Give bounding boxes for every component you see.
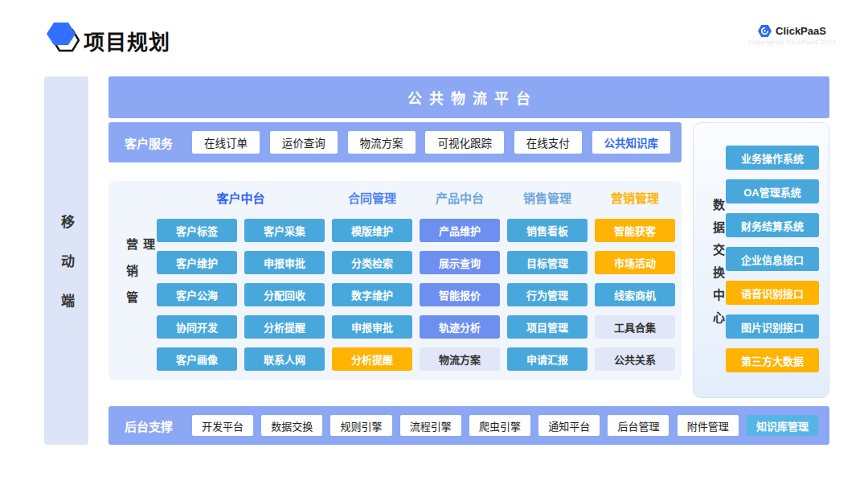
backend-support-items: 开发平台 数据交换 规则引擎 流程引擎 爬虫引擎 通知平台 后台管理 附件管理 … [192,415,818,436]
module-button[interactable]: 工具合集 [595,315,675,339]
module-button[interactable]: 客户公海 [157,283,237,306]
module-button[interactable]: 协同开发 [157,315,237,339]
backend-support-button[interactable]: 数据交换 [261,415,322,436]
module-button[interactable]: 展示查询 [420,251,500,274]
module-button[interactable]: 目标管理 [507,251,588,274]
logistics-platform-banner-label: 公共物流平台 [400,87,538,108]
marketing-management-side-label: 营销管理 [123,238,157,338]
mobile-side-bar: 移动端 [44,76,88,445]
customer-service-label: 客户服务 [125,134,173,151]
module-button-grid: 客户标签 客户采集 模版维护 产品维护 销售看板 智能获客 客户维护 申报审批 … [157,219,675,371]
module-button[interactable]: 公共关系 [595,347,675,371]
module-header-row: 客户中台 合同管理 产品中台 销售管理 营销管理 [157,191,675,207]
data-exchange-button[interactable]: 企业信息接口 [726,247,819,271]
module-button[interactable]: 项目管理 [507,315,588,339]
copyright-text: Copyright@ ClickPaaS 2022 [748,39,836,46]
module-header: 营销管理 [595,191,675,207]
customer-service-button[interactable]: 运价查询 [270,131,338,154]
customer-service-button[interactable]: 物流方案 [348,131,416,154]
module-button[interactable]: 联系人网 [244,347,325,371]
data-exchange-button[interactable]: 第三方大数据 [726,348,819,372]
data-exchange-button[interactable]: 图片识别接口 [726,314,819,339]
module-button[interactable]: 申请汇报 [507,347,588,371]
customer-service-button[interactable]: 公共知识库 [592,131,671,154]
marketing-management-panel: 营销管理 客户中台 合同管理 产品中台 销售管理 营销管理 客户标签 客户采集 … [108,181,682,380]
backend-support-button[interactable]: 后台管理 [608,415,669,436]
data-exchange-button[interactable]: OA管理系统 [726,179,819,203]
backend-support-button[interactable]: 流程引擎 [400,415,461,436]
brand-block: ClickPaaS Copyright@ ClickPaaS 2022 [748,24,836,46]
module-button[interactable]: 申报审批 [244,251,325,274]
backend-support-button[interactable]: 附件管理 [678,415,739,436]
data-exchange-button[interactable]: 财务结算系统 [726,213,819,237]
mobile-side-bar-label: 移动端 [56,215,76,333]
module-button[interactable]: 模版维护 [332,219,412,242]
app-hexagon-logo-icon [44,19,83,56]
module-header: 合同管理 [332,191,412,207]
customer-service-button[interactable]: 在线支付 [514,131,582,154]
module-button[interactable]: 行为管理 [507,283,588,306]
module-button[interactable]: 销售看板 [507,219,588,242]
backend-support-button[interactable]: 通知平台 [538,415,600,436]
backend-support-button[interactable]: 开发平台 [192,415,253,436]
module-header: 客户中台 [157,191,325,207]
module-button[interactable]: 智能获客 [595,219,675,242]
module-button[interactable]: 客户画像 [157,347,237,371]
data-exchange-side-label: 数据交换中心 [710,199,727,334]
page-title: 项目规划 [84,26,170,55]
clickpaas-logo-icon [758,24,772,38]
module-button[interactable]: 分类检索 [332,251,412,274]
module-header: 销售管理 [507,191,588,207]
module-button[interactable]: 申报审批 [332,315,412,339]
customer-service-items: 在线订单 运价查询 物流方案 可视化跟踪 在线支付 公共知识库 [192,131,670,154]
data-exchange-panel: 数据交换中心 业务操作系统 OA管理系统 财务结算系统 企业信息接口 语音识别接… [693,122,829,398]
module-button[interactable]: 分析提醒 [332,347,412,371]
module-button[interactable]: 物流方案 [420,347,500,371]
module-button[interactable]: 客户标签 [157,219,237,242]
module-button[interactable]: 线索商机 [595,283,675,306]
backend-support-button[interactable]: 知识库管理 [747,415,818,436]
customer-service-row: 客户服务 在线订单 运价查询 物流方案 可视化跟踪 在线支付 公共知识库 [108,122,682,162]
module-button[interactable]: 客户维护 [157,251,237,274]
customer-service-button[interactable]: 在线订单 [192,131,260,154]
module-header: 产品中台 [420,191,500,207]
logistics-platform-banner: 公共物流平台 [108,76,829,118]
module-button[interactable]: 产品维护 [420,219,500,242]
data-exchange-items: 业务操作系统 OA管理系统 财务结算系统 企业信息接口 语音识别接口 图片识别接… [726,146,819,372]
module-button[interactable]: 分配回收 [244,283,325,306]
backend-support-button[interactable]: 规则引擎 [330,415,391,436]
data-exchange-button[interactable]: 业务操作系统 [726,146,819,170]
backend-support-row: 后台支撑 开发平台 数据交换 规则引擎 流程引擎 爬虫引擎 通知平台 后台管理 … [108,406,829,445]
module-button[interactable]: 数字维护 [332,283,412,306]
module-button[interactable]: 客户采集 [244,219,325,242]
brand-name: ClickPaaS [776,25,826,37]
customer-service-button[interactable]: 可视化跟踪 [425,131,504,154]
module-button[interactable]: 智能报价 [420,283,500,306]
module-button[interactable]: 轨迹分析 [420,315,500,339]
module-button[interactable]: 分析提醒 [244,315,325,339]
backend-support-label: 后台支撑 [125,417,173,434]
module-button[interactable]: 市场活动 [595,251,675,274]
backend-support-button[interactable]: 爬虫引擎 [469,415,530,436]
data-exchange-button[interactable]: 语音识别接口 [726,281,819,305]
